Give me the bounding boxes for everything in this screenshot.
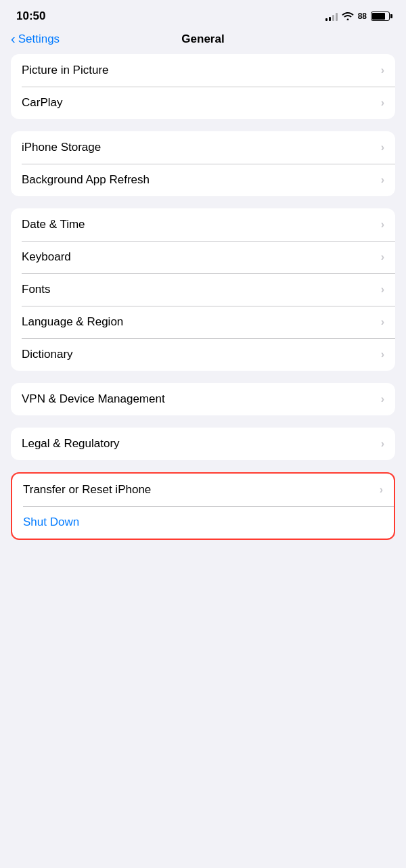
chevron-icon: › [381,393,384,405]
settings-row-date-time[interactable]: Date & Time › [11,208,395,241]
status-icons: 88 [325,11,390,22]
signal-icon [325,12,338,21]
settings-row-keyboard[interactable]: Keyboard › [11,241,395,273]
settings-row-language-region[interactable]: Language & Region › [11,306,395,338]
chevron-icon: › [381,316,384,328]
chevron-icon: › [381,283,384,296]
row-label: VPN & Device Management [22,392,165,406]
row-label: Fonts [22,283,51,296]
chevron-icon: › [381,174,384,186]
shutdown-label: Shut Down [23,516,79,529]
row-label: Transfer or Reset iPhone [23,483,151,497]
settings-row-iphone-storage[interactable]: iPhone Storage › [11,131,395,164]
settings-row-transfer-reset[interactable]: Transfer or Reset iPhone › [12,474,394,506]
settings-content: Picture in Picture › CarPlay › iPhone St… [0,54,406,540]
settings-row-fonts[interactable]: Fonts › [11,273,395,306]
back-label: Settings [18,32,60,46]
settings-row-background-app-refresh[interactable]: Background App Refresh › [11,164,395,196]
chevron-icon: › [381,251,384,263]
settings-row-picture-in-picture[interactable]: Picture in Picture › [11,54,395,87]
settings-group-5: Legal & Regulatory › [11,428,395,460]
chevron-icon: › [381,64,384,76]
settings-group-3: Date & Time › Keyboard › Fonts › Languag… [11,208,395,371]
settings-group-1: Picture in Picture › CarPlay › [11,54,395,119]
chevron-icon: › [381,141,384,154]
settings-row-legal[interactable]: Legal & Regulatory › [11,428,395,460]
chevron-icon: › [381,438,384,450]
settings-row-vpn[interactable]: VPN & Device Management › [11,383,395,415]
back-button[interactable]: ‹ Settings [11,32,60,47]
chevron-icon: › [381,348,384,361]
row-label: Background App Refresh [22,173,150,187]
settings-group-2: iPhone Storage › Background App Refresh … [11,131,395,196]
settings-row-shutdown[interactable]: Shut Down [12,506,394,539]
wifi-icon [342,11,354,22]
settings-row-carplay[interactable]: CarPlay › [11,87,395,119]
row-label: Keyboard [22,250,71,264]
chevron-icon: › [380,484,383,496]
chevron-icon: › [381,219,384,231]
nav-header: ‹ Settings General [0,28,406,54]
row-label: Legal & Regulatory [22,437,120,451]
transfer-reset-group: Transfer or Reset iPhone › Shut Down [11,472,395,540]
row-label: Picture in Picture [22,64,109,77]
status-bar: 10:50 88 [0,0,406,28]
back-chevron-icon: ‹ [11,31,16,47]
settings-group-4: VPN & Device Management › [11,383,395,415]
row-label: Dictionary [22,348,73,361]
status-time: 10:50 [16,9,45,23]
chevron-icon: › [381,97,384,109]
row-label: CarPlay [22,96,62,110]
page-title: General [181,32,224,46]
row-label: Language & Region [22,315,123,329]
row-label: Date & Time [22,218,85,231]
row-label: iPhone Storage [22,141,101,154]
battery-icon: 88 [358,12,390,21]
settings-row-dictionary[interactable]: Dictionary › [11,338,395,371]
